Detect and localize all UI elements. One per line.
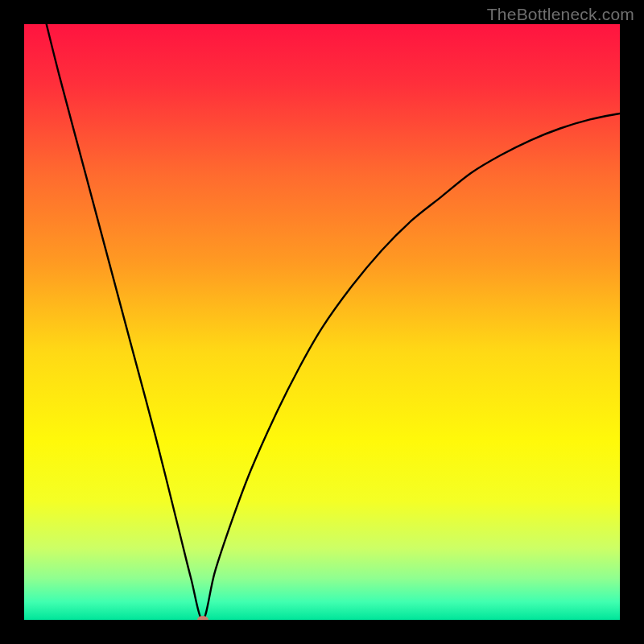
plot-area — [24, 24, 620, 620]
bottleneck-curve — [24, 24, 620, 620]
chart-frame: TheBottleneck.com — [0, 0, 644, 644]
watermark-text: TheBottleneck.com — [487, 5, 634, 24]
minimum-marker — [197, 616, 208, 620]
curve-svg — [24, 24, 620, 620]
